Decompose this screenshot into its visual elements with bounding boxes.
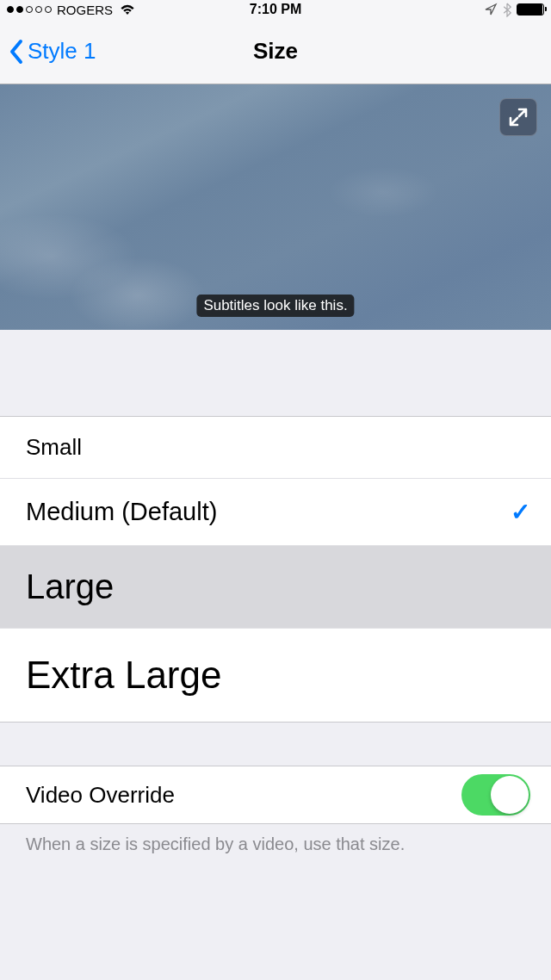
page-title: Size — [253, 38, 298, 65]
size-option-small[interactable]: Small — [0, 417, 551, 479]
size-option-label: Large — [26, 568, 114, 606]
video-override-label: Video Override — [26, 782, 175, 809]
back-button[interactable]: Style 1 — [9, 38, 96, 65]
navigation-bar: Style 1 Size — [0, 19, 551, 84]
fullscreen-button[interactable] — [499, 98, 537, 136]
checkmark-icon: ✓ — [511, 498, 530, 526]
size-options-list: Small Medium (Default) ✓ Large Extra Lar… — [0, 416, 551, 723]
location-icon — [484, 3, 498, 16]
video-override-description: When a size is specified by a video, use… — [0, 824, 551, 854]
wifi-icon — [120, 3, 135, 16]
chevron-left-icon — [9, 39, 24, 65]
subtitle-sample: Subtitles look like this. — [196, 295, 354, 317]
video-override-row: Video Override — [0, 766, 551, 824]
size-option-label: Small — [26, 434, 82, 461]
carrier-label: ROGERS — [57, 3, 113, 17]
toggle-knob — [491, 776, 529, 814]
status-right — [484, 3, 544, 17]
battery-icon — [517, 3, 544, 16]
status-left: ROGERS — [7, 3, 135, 17]
status-time: 7:10 PM — [250, 2, 301, 17]
expand-icon — [508, 107, 529, 127]
size-option-label: Medium (Default) — [26, 498, 217, 526]
status-bar: ROGERS 7:10 PM — [0, 0, 551, 19]
signal-strength-icon — [7, 6, 52, 13]
size-option-medium[interactable]: Medium (Default) ✓ — [0, 479, 551, 546]
video-override-toggle[interactable] — [461, 774, 530, 816]
back-label: Style 1 — [28, 38, 96, 65]
size-option-label: Extra Large — [26, 654, 221, 697]
size-option-large[interactable]: Large — [0, 546, 551, 629]
subtitle-preview: Subtitles look like this. — [0, 84, 551, 330]
size-option-extra-large[interactable]: Extra Large — [0, 629, 551, 722]
bluetooth-icon — [503, 3, 511, 17]
